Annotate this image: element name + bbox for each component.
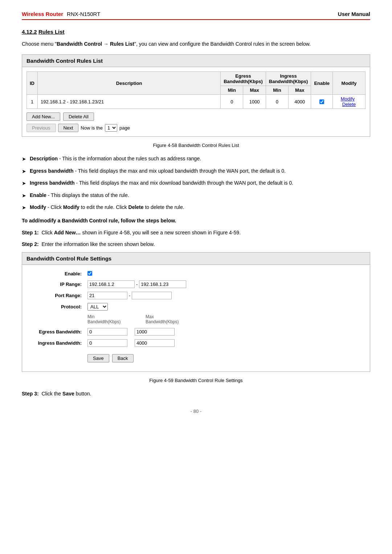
- page-header: Wireless Router RNX-N150RT User Manual: [22, 11, 370, 20]
- ip-range-label: IP Range:: [26, 279, 85, 290]
- save-button[interactable]: Save: [87, 354, 109, 362]
- ip-end-input[interactable]: [139, 280, 186, 288]
- step3-para: Step 3: Click the Save button.: [22, 390, 370, 398]
- ingress-min-input[interactable]: [87, 339, 127, 347]
- row-egress-min: 0: [221, 95, 243, 109]
- step1-bold: Add New…: [54, 230, 81, 235]
- page-select[interactable]: 1: [105, 124, 117, 132]
- enable-checkbox[interactable]: [319, 99, 324, 104]
- page-number: - 80 -: [22, 409, 370, 414]
- step1-text2: shown in Figure 4-58, you will see a new…: [81, 230, 241, 235]
- ip-range-field: -: [85, 279, 366, 290]
- col-ingress-min: Min: [266, 86, 288, 95]
- list-item: ➤ Modify - Click Modify to edit the rule…: [22, 203, 370, 212]
- port-range-field: -: [85, 290, 366, 301]
- step2-para: Step 2: Enter the information like the s…: [22, 240, 370, 248]
- settings-form-title: Bandwidth Control Rule Settings: [22, 253, 370, 265]
- port-dash: -: [129, 293, 130, 298]
- add-new-button[interactable]: Add New...: [26, 112, 60, 121]
- bullet-arrow-1: ➤: [22, 155, 26, 163]
- list-item: ➤ Ingress bandwidth - This field display…: [22, 179, 370, 187]
- bullet-arrow-2: ➤: [22, 167, 26, 175]
- bullet-list: ➤ Description - This is the information …: [22, 155, 370, 212]
- col-ingress-max: Max: [289, 86, 311, 95]
- bullet-arrow-3: ➤: [22, 179, 26, 187]
- row-modify-delete: Modify Delete: [333, 95, 366, 109]
- table-buttons: Add New... Delete All: [26, 112, 366, 121]
- step3-label: Step 3:: [22, 391, 39, 397]
- port-range-label: Port Range:: [26, 290, 85, 301]
- egress-field: [85, 326, 366, 337]
- bullet-arrow-5: ➤: [22, 204, 26, 212]
- protocol-field[interactable]: ALL TCP UDP: [85, 301, 366, 312]
- bw-headers: Min Bandwidth(Kbps) Max Bandwidth(Kbps): [85, 312, 366, 326]
- row-id: 1: [27, 95, 38, 109]
- settings-form-box: Bandwidth Control Rule Settings Enable: …: [22, 252, 370, 372]
- row-description: 192.168.1.2 - 192.168.1.23/21: [38, 95, 221, 109]
- egress-max-input[interactable]: [135, 328, 175, 336]
- settings-enable-checkbox[interactable]: [87, 271, 92, 276]
- ingress-label: Ingress Bandwidth:: [26, 337, 85, 349]
- modify-link[interactable]: Modify: [341, 96, 355, 102]
- bw-spacer: [26, 312, 85, 326]
- row-ingress-max: 4000: [289, 95, 311, 109]
- step1-para: Step 1: Click Add New… shown in Figure 4…: [22, 229, 370, 237]
- col-enable: Enable: [311, 72, 333, 95]
- col-egress-min: Min: [221, 86, 243, 95]
- next-button[interactable]: Next: [58, 124, 79, 132]
- rules-list-box: Bandwidth Control Rules List ID Descript…: [22, 54, 370, 137]
- bullet-text-4: Enable - This displays the status of the…: [30, 191, 129, 199]
- enable-label: Enable:: [26, 269, 85, 279]
- ingress-max-input[interactable]: [135, 339, 175, 347]
- col-ingress-header: Ingress Bandwidth(Kbps): [266, 72, 311, 86]
- delete-link[interactable]: Delete: [342, 102, 356, 107]
- brand-name: Wireless Router: [22, 11, 63, 17]
- step3-bold: Save: [62, 391, 74, 397]
- list-item: ➤ Description - This is the information …: [22, 155, 370, 163]
- form-buttons: Save Back: [85, 349, 366, 367]
- port-end-input[interactable]: [132, 292, 172, 299]
- ip-start-input[interactable]: [87, 280, 135, 288]
- protocol-label: Protocol:: [26, 301, 85, 312]
- section-title: 4.12.2 Rules List: [22, 29, 370, 35]
- delete-all-button[interactable]: Delete All: [63, 112, 94, 121]
- ip-dash: -: [136, 282, 138, 287]
- bullet-text-5: Modify - Click Modify to edit the rule. …: [30, 203, 184, 211]
- table-row: 1 192.168.1.2 - 192.168.1.23/21 0 1000 0…: [27, 95, 366, 109]
- back-button[interactable]: Back: [112, 354, 134, 362]
- manual-label: User Manual: [338, 11, 370, 17]
- list-item: ➤ Egress bandwidth - This field displays…: [22, 167, 370, 175]
- ingress-field: [85, 337, 366, 349]
- figure1-caption: Figure 4-58 Bandwidth Control Rules List: [22, 143, 370, 148]
- pagination-label: Now is the: [81, 125, 103, 131]
- enable-field[interactable]: [85, 269, 366, 279]
- bullet-text-2: Egress bandwidth - This field displays t…: [30, 167, 286, 175]
- bullet-text-1: Description - This is the information ab…: [30, 155, 201, 163]
- row-enable[interactable]: [311, 95, 333, 109]
- col-egress-header: Egress Bandwidth(Kbps): [221, 72, 266, 86]
- intro-paragraph: Choose menu "Bandwidth Control → Rules L…: [22, 40, 370, 48]
- pagination-suffix: page: [119, 125, 130, 131]
- min-bw-header: Min Bandwidth(Kbps): [87, 314, 127, 324]
- protocol-select[interactable]: ALL TCP UDP: [87, 303, 108, 311]
- col-id: ID: [27, 72, 38, 95]
- rules-table: ID Description Egress Bandwidth(Kbps) In…: [26, 71, 366, 109]
- list-item: ➤ Enable - This displays the status of t…: [22, 191, 370, 200]
- steps-intro: To add/modify a Bandwidth Control rule, …: [22, 217, 370, 225]
- previous-button[interactable]: Previous: [26, 124, 56, 132]
- egress-label: Egress Bandwidth:: [26, 326, 85, 337]
- figure2-caption: Figure 4-59 Bandwidth Control Rule Setti…: [22, 378, 370, 383]
- step2-label: Step 2:: [22, 241, 39, 247]
- port-start-input[interactable]: [87, 292, 127, 299]
- rules-list-title: Bandwidth Control Rules List: [22, 55, 370, 67]
- bullet-arrow-4: ➤: [22, 192, 26, 200]
- col-modify: Modify: [333, 72, 366, 95]
- step1-label: Step 1:: [22, 230, 39, 235]
- menu-path: Bandwidth Control → Rules List: [57, 41, 134, 47]
- max-bw-header: Max Bandwidth(Kbps): [146, 314, 185, 324]
- settings-form-table: Enable: IP Range: -: [26, 269, 366, 367]
- col-description: Description: [38, 72, 221, 95]
- egress-min-input[interactable]: [87, 328, 127, 336]
- pagination-row: Previous Next Now is the 1 page: [26, 124, 366, 132]
- row-egress-max: 1000: [243, 95, 266, 109]
